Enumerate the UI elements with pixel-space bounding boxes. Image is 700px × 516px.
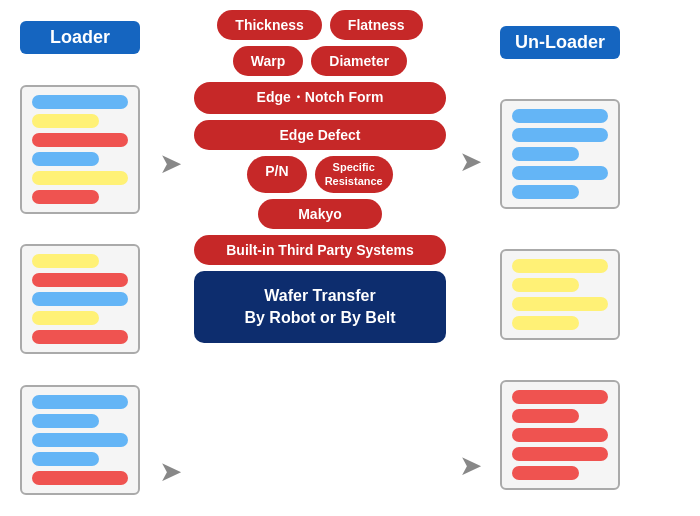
- specific-resistance-pill: Specific Resistance: [315, 156, 393, 193]
- right-card-1: [500, 99, 620, 209]
- row-thickness-flatness: Thickness Flatness: [194, 10, 446, 40]
- bar: [32, 471, 128, 485]
- bar: [32, 330, 128, 344]
- bar: [512, 390, 608, 404]
- bar: [512, 316, 579, 330]
- left-column: Loader: [10, 10, 150, 506]
- thickness-pill: Thickness: [217, 10, 321, 40]
- row-edge-defect: Edge Defect: [194, 120, 446, 150]
- bar: [32, 395, 128, 409]
- bar: [32, 433, 128, 447]
- bar: [32, 273, 128, 287]
- center-column: Thickness Flatness Warp Diameter Edge・No…: [190, 10, 450, 506]
- row-warp-diameter: Warp Diameter: [194, 46, 446, 76]
- bar: [32, 95, 128, 109]
- edge-defect-pill: Edge Defect: [194, 120, 446, 150]
- bar: [32, 311, 99, 325]
- arrow-right-1: ➤: [159, 150, 182, 178]
- row-built-in: Built-in Third Party Systems: [194, 235, 446, 265]
- bar: [512, 409, 579, 423]
- left-arrow-column: ➤ ➤: [150, 10, 190, 506]
- left-card-3: [20, 385, 140, 495]
- left-card-2: [20, 244, 140, 354]
- row-makyo: Makyo: [194, 199, 446, 229]
- bar: [512, 428, 608, 442]
- left-card-1: [20, 85, 140, 214]
- row-pn-specific: P/N Specific Resistance: [194, 156, 446, 193]
- bar: [512, 147, 579, 161]
- right-card-3: [500, 380, 620, 490]
- loader-label: Loader: [20, 21, 140, 54]
- bar: [512, 297, 608, 311]
- arrow-right-3: ➤: [459, 148, 482, 176]
- row-wafer-transfer: Wafer Transfer By Robot or By Belt: [194, 271, 446, 344]
- edge-notch-pill: Edge・Notch Form: [194, 82, 446, 114]
- makyo-pill: Makyo: [258, 199, 382, 229]
- right-column: Un-Loader: [490, 10, 630, 506]
- wafer-transfer-pill: Wafer Transfer By Robot or By Belt: [194, 271, 446, 344]
- bar: [32, 152, 99, 166]
- bar: [512, 278, 579, 292]
- bar: [32, 254, 99, 268]
- bar: [32, 452, 99, 466]
- bar: [32, 171, 128, 185]
- right-arrow-column: ➤ ➤: [450, 10, 490, 506]
- warp-pill: Warp: [233, 46, 303, 76]
- bar: [32, 414, 99, 428]
- pn-pill: P/N: [247, 156, 306, 193]
- unloader-label: Un-Loader: [500, 26, 620, 59]
- bar: [32, 114, 99, 128]
- bar: [512, 166, 608, 180]
- bar: [512, 128, 608, 142]
- bar: [512, 109, 608, 123]
- bar: [32, 292, 128, 306]
- bar: [512, 259, 608, 273]
- bar: [32, 133, 128, 147]
- bar: [512, 466, 579, 480]
- built-in-pill: Built-in Third Party Systems: [194, 235, 446, 265]
- bar: [512, 447, 608, 461]
- right-card-2: [500, 249, 620, 340]
- arrow-right-2: ➤: [159, 458, 182, 486]
- diameter-pill: Diameter: [311, 46, 407, 76]
- arrow-right-4: ➤: [459, 452, 482, 480]
- bar: [512, 185, 579, 199]
- bar: [32, 190, 99, 204]
- row-edge-notch: Edge・Notch Form: [194, 82, 446, 114]
- flatness-pill: Flatness: [330, 10, 423, 40]
